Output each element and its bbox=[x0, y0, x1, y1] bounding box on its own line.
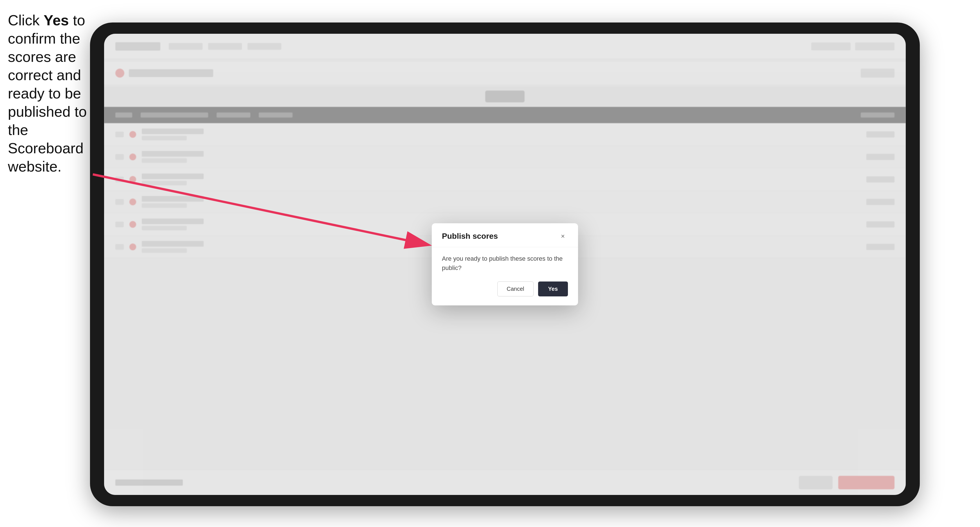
publish-scores-dialog: Publish scores × Are you ready to publis… bbox=[432, 223, 578, 305]
yes-button[interactable]: Yes bbox=[538, 281, 568, 297]
instruction-suffix: to confirm the scores are correct and re… bbox=[8, 12, 87, 175]
modal-footer: Cancel Yes bbox=[442, 281, 568, 297]
close-icon: × bbox=[561, 232, 565, 240]
modal-overlay: Publish scores × Are you ready to publis… bbox=[104, 34, 906, 495]
instruction-prefix: Click bbox=[8, 12, 44, 29]
instruction-bold: Yes bbox=[44, 12, 69, 29]
tablet-device: Publish scores × Are you ready to publis… bbox=[90, 22, 920, 506]
modal-body: Are you ready to publish these scores to… bbox=[432, 247, 578, 305]
tablet-screen: Publish scores × Are you ready to publis… bbox=[104, 34, 906, 495]
modal-close-button[interactable]: × bbox=[558, 231, 568, 241]
modal-header: Publish scores × bbox=[432, 223, 578, 247]
instruction-text: Click Yes to confirm the scores are corr… bbox=[8, 11, 89, 176]
cancel-button[interactable]: Cancel bbox=[497, 281, 533, 297]
modal-message: Are you ready to publish these scores to… bbox=[442, 254, 568, 273]
modal-title: Publish scores bbox=[442, 232, 498, 241]
